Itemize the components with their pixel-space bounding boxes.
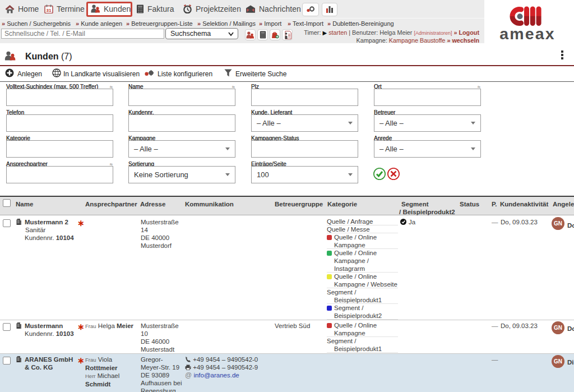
- svg-text:ameax: ameax: [499, 25, 556, 43]
- svg-text:31: 31: [47, 7, 52, 12]
